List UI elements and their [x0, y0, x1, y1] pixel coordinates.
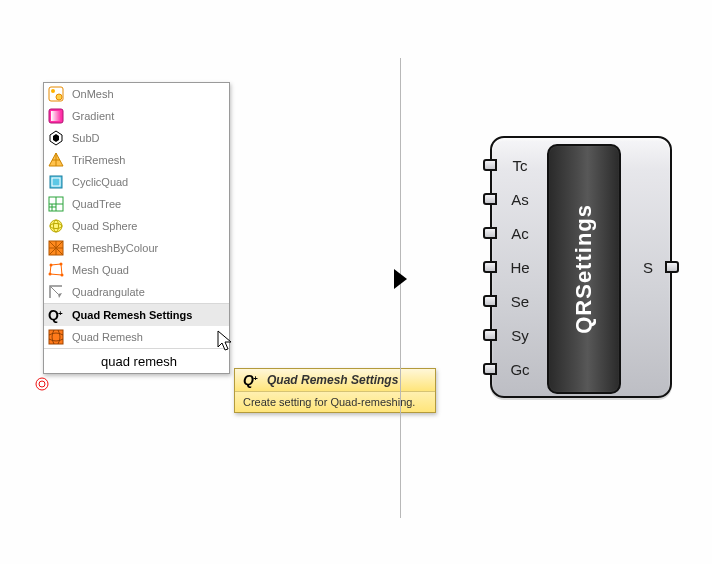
menu-item-subd[interactable]: SubD: [44, 127, 229, 149]
port-label: Ac: [509, 225, 531, 242]
svg-point-30: [36, 378, 48, 390]
input-port-se[interactable]: Se: [483, 292, 531, 310]
quadsphere-icon: [48, 218, 64, 234]
search-row: [44, 348, 229, 373]
svg-rect-29: [49, 330, 63, 344]
menu-item-quadrangulate[interactable]: Quadrangulate: [44, 281, 229, 303]
menu-item-quad-remesh-settings[interactable]: Q+ Quad Remesh Settings: [44, 303, 229, 326]
menu-item-label: QuadTree: [72, 198, 121, 210]
menu-item-label: SubD: [72, 132, 100, 144]
quadrangulate-icon: [48, 284, 64, 300]
port-label: He: [509, 259, 531, 276]
component-label: QRSettings: [571, 204, 597, 334]
component-qrsettings[interactable]: QRSettings Tc As Ac He Se Sy: [490, 136, 672, 398]
menu-item-triremesh[interactable]: TriRemesh: [44, 149, 229, 171]
output-port-s[interactable]: S: [643, 258, 679, 276]
port-label: Sy: [509, 327, 531, 344]
port-label: Se: [509, 293, 531, 310]
svg-point-22: [50, 264, 53, 267]
arrow-right-icon: [393, 268, 409, 293]
port-pin-icon: [483, 227, 497, 239]
port-label: Gc: [509, 361, 531, 378]
meshquad-icon: [48, 262, 64, 278]
remeshbycolour-icon: [48, 240, 64, 256]
qplus-icon: Q+: [48, 307, 64, 323]
svg-point-17: [50, 220, 62, 232]
svg-rect-4: [51, 111, 61, 121]
menu-item-quad-remesh[interactable]: Quad Remesh: [44, 326, 229, 348]
tooltip-body: Create setting for Quad-remeshing.: [235, 391, 435, 412]
menu-item-label: OnMesh: [72, 88, 114, 100]
tooltip: Q+ Quad Remesh Settings Create setting f…: [234, 368, 436, 413]
port-pin-icon: [483, 261, 497, 273]
output-ports: S: [643, 258, 679, 276]
svg-text:+: +: [58, 309, 63, 318]
target-icon: [44, 353, 53, 369]
input-port-gc[interactable]: Gc: [483, 360, 531, 378]
component-search-popup: OnMesh Gradient SubD TriRemesh CyclicQua…: [43, 82, 230, 374]
menu-item-label: Quad Sphere: [72, 220, 137, 232]
svg-point-2: [56, 94, 62, 100]
menu-item-label: Gradient: [72, 110, 114, 122]
svg-text:+: +: [253, 374, 258, 383]
port-label: S: [643, 259, 653, 276]
input-port-tc[interactable]: Tc: [483, 156, 531, 174]
menu-item-label: Mesh Quad: [72, 264, 129, 276]
target-ring-icon: [34, 376, 50, 395]
menu-item-label: Quadrangulate: [72, 286, 145, 298]
menu-item-meshquad[interactable]: Mesh Quad: [44, 259, 229, 281]
input-port-ac[interactable]: Ac: [483, 224, 531, 242]
subd-icon: [48, 130, 64, 146]
menu-item-label: RemeshByColour: [72, 242, 158, 254]
port-pin-icon: [483, 329, 497, 341]
menu-item-quadsphere[interactable]: Quad Sphere: [44, 215, 229, 237]
component-capsule: QRSettings: [547, 144, 621, 394]
menu-item-quadtree[interactable]: QuadTree: [44, 193, 229, 215]
input-ports: Tc As Ac He Se Sy Gc: [483, 156, 531, 378]
menu-item-label: TriRemesh: [72, 154, 125, 166]
input-port-as[interactable]: As: [483, 190, 531, 208]
port-pin-icon: [665, 261, 679, 273]
svg-point-31: [39, 381, 45, 387]
input-port-sy[interactable]: Sy: [483, 326, 531, 344]
port-pin-icon: [483, 193, 497, 205]
svg-point-1: [51, 89, 55, 93]
input-port-he[interactable]: He: [483, 258, 531, 276]
menu-item-label: Quad Remesh Settings: [72, 309, 192, 321]
menu-item-onmesh[interactable]: OnMesh: [44, 83, 229, 105]
tooltip-title: Quad Remesh Settings: [267, 373, 398, 387]
qplus-icon: Q+: [243, 372, 259, 388]
svg-point-25: [49, 273, 52, 276]
gradient-icon: [48, 108, 64, 124]
menu-item-remeshbycolour[interactable]: RemeshByColour: [44, 237, 229, 259]
port-pin-icon: [483, 295, 497, 307]
quadtree-icon: [48, 196, 64, 212]
menu-item-label: CyclicQuad: [72, 176, 128, 188]
component-search-input[interactable]: [53, 350, 225, 372]
menu-item-label: Quad Remesh: [72, 331, 143, 343]
triremesh-icon: [48, 152, 64, 168]
svg-point-23: [60, 263, 63, 266]
port-pin-icon: [483, 159, 497, 171]
quadremesh-icon: [48, 329, 64, 345]
menu-item-gradient[interactable]: Gradient: [44, 105, 229, 127]
svg-marker-26: [58, 293, 62, 298]
onmesh-icon: [48, 86, 64, 102]
svg-marker-34: [394, 269, 407, 289]
cyclicquad-icon: [48, 174, 64, 190]
port-label: As: [509, 191, 531, 208]
menu-item-cyclicquad[interactable]: CyclicQuad: [44, 171, 229, 193]
port-pin-icon: [483, 363, 497, 375]
svg-point-24: [61, 274, 64, 277]
port-label: Tc: [509, 157, 531, 174]
